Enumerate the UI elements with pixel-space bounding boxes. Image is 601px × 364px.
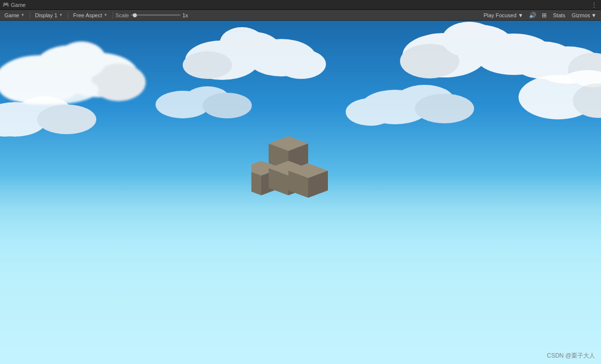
stats-button[interactable]: Stats (551, 11, 568, 20)
play-focused-label: Play Focused (483, 12, 517, 18)
display1-label: Display 1 (35, 12, 57, 18)
toolbar-separator-3 (113, 12, 113, 19)
audio-toggle-button[interactable]: 🔊 (528, 11, 538, 20)
title-bar-label: Game (11, 2, 26, 8)
gizmos-label: Gizmos (572, 12, 590, 18)
svg-point-18 (442, 22, 496, 57)
audio-icon: 🔊 (529, 12, 536, 19)
svg-point-12 (220, 27, 264, 59)
free-aspect-label: Free Aspect (73, 12, 102, 18)
svg-point-5 (57, 41, 106, 79)
toolbar: Game ▼ Display 1 ▼ Free Aspect ▼ Scale 1… (0, 10, 601, 21)
scale-slider[interactable] (131, 14, 180, 16)
title-bar-menu-dots[interactable]: ⋮ (591, 1, 598, 9)
svg-point-34 (346, 98, 395, 126)
toolbar-right: Play Focused ▼ 🔊 ⊞ Stats Gizmos ▼ (481, 11, 599, 20)
svg-point-33 (415, 94, 474, 123)
toolbar-separator-1 (30, 12, 30, 19)
scale-container: Scale 1x (116, 12, 188, 18)
display1-dropdown-button[interactable]: Display 1 ▼ (33, 11, 65, 20)
svg-point-11 (277, 49, 326, 79)
svg-point-26 (37, 105, 96, 134)
game-dropdown-button[interactable]: Game ▼ (2, 11, 27, 20)
stats-label: Stats (553, 12, 565, 18)
svg-point-30 (202, 93, 252, 118)
scale-label: Scale (116, 12, 129, 18)
toolbar-separator-2 (68, 12, 68, 19)
cubes-3d-svg (251, 131, 350, 205)
play-focused-chevron-icon: ▼ (518, 12, 523, 18)
scale-value: 1x (182, 12, 188, 18)
title-bar: 🎮 Game ⋮ (0, 0, 601, 10)
free-aspect-dropdown-button[interactable]: Free Aspect ▼ (71, 11, 110, 20)
display1-chevron-icon: ▼ (59, 13, 63, 17)
gizmos-chevron-icon: ▼ (591, 12, 597, 18)
game-chevron-icon: ▼ (21, 13, 25, 17)
gizmos-button[interactable]: Gizmos ▼ (569, 11, 599, 20)
svg-point-10 (183, 51, 232, 79)
watermark: CSDN @栗子大人 (547, 352, 595, 360)
grid-toggle-button[interactable]: ⊞ (539, 11, 549, 20)
free-aspect-chevron-icon: ▼ (104, 13, 108, 17)
grid-icon: ⊞ (542, 12, 547, 19)
game-icon: 🎮 (3, 2, 9, 8)
scale-slider-thumb (133, 13, 137, 17)
game-label: Game (4, 12, 19, 18)
game-viewport[interactable]: CSDN @栗子大人 (0, 21, 601, 364)
play-focused-button[interactable]: Play Focused ▼ (481, 11, 526, 20)
